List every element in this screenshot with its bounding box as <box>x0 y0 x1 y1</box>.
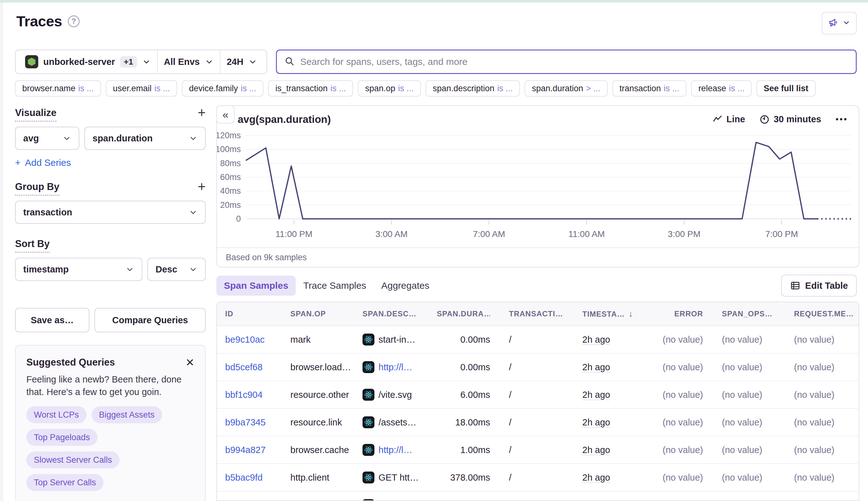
suggested-query-pill[interactable]: Top Pageloads <box>27 429 97 446</box>
close-icon[interactable]: ✕ <box>186 357 195 368</box>
add-visualize-button[interactable]: + <box>198 107 206 118</box>
timestamp-cell[interactable]: 2h ago <box>582 500 610 501</box>
sort-by-heading: Sort By <box>15 238 50 253</box>
sort-field-select[interactable]: timestamp <box>15 258 142 281</box>
table-row: b41bfb26resource.ifra…https://…276.00ms/… <box>217 492 859 501</box>
error-cell: (no value) <box>636 472 718 483</box>
filter-chip-user.email[interactable]: user.emailis ... <box>106 80 177 97</box>
span-ops-cell: (no value) <box>718 334 790 345</box>
span-description-text: /vite.svg <box>379 390 412 400</box>
span-id-link[interactable]: b5bac9fd <box>225 472 263 482</box>
visualize-heading: Visualize <box>15 107 56 122</box>
filter-chip-browser.name[interactable]: browser.nameis ... <box>15 80 101 97</box>
timestamp-cell[interactable]: 2h ago <box>582 417 610 427</box>
timestamp-cell[interactable]: 2h ago <box>582 472 610 482</box>
tab-trace-samples[interactable]: Trace Samples <box>296 276 374 296</box>
transaction-cell: / <box>490 390 562 400</box>
edit-table-button[interactable]: Edit Table <box>781 275 857 297</box>
transaction-cell: / <box>490 445 562 455</box>
column-header-5[interactable]: TIMESTA…↓ <box>562 309 636 319</box>
span-description-text[interactable]: http://l… <box>379 445 412 455</box>
column-header-4[interactable]: TRANSACTI… <box>490 309 562 318</box>
add-series-label: Add Series <box>25 157 71 168</box>
filter-chip-span.description[interactable]: span.descriptionis ... <box>425 80 520 97</box>
span-id-link[interactable]: be9c10ac <box>225 334 265 344</box>
aggregate-select[interactable]: avg <box>15 127 80 150</box>
tab-aggregates[interactable]: Aggregates <box>374 276 437 296</box>
filter-chip-span.op[interactable]: span.opis ... <box>358 80 421 97</box>
suggested-query-pill[interactable]: Biggest Assets <box>92 406 162 423</box>
column-header-0[interactable]: ID <box>217 309 290 318</box>
suggested-query-pill[interactable]: Top Server Calls <box>27 474 104 491</box>
search-bar[interactable] <box>276 50 857 74</box>
sort-direction-select[interactable]: Desc <box>147 258 206 281</box>
suggested-queries-title: Suggested Queries <box>27 357 115 368</box>
table-row: b994a827browser.cachehttp://l…1.00ms/2h … <box>217 436 859 464</box>
filter-chip-key: is_transaction <box>275 84 328 94</box>
span-id-link[interactable]: b9ba7345 <box>225 417 266 427</box>
see-full-list-button[interactable]: See full list <box>756 80 816 97</box>
react-icon <box>362 361 374 373</box>
tab-span-samples[interactable]: Span Samples <box>216 276 296 296</box>
compare-queries-button[interactable]: Compare Queries <box>94 308 206 332</box>
filter-chip-key: span.description <box>433 84 495 94</box>
column-header-7[interactable]: SPAN_OPS… <box>718 309 790 318</box>
column-header-2[interactable]: SPAN.DESC… <box>362 309 437 318</box>
chevron-down-icon <box>62 134 71 143</box>
span-id-link[interactable]: b41bfb26 <box>225 500 263 501</box>
column-header-3[interactable]: SPAN.DURA… <box>437 309 490 318</box>
add-series-button[interactable]: + Add Series <box>15 157 206 168</box>
span-ops-cell: (no value) <box>718 445 790 455</box>
span-samples-table: IDSPAN.OPSPAN.DESC…SPAN.DURA…TRANSACTI…T… <box>216 302 859 501</box>
svg-text:3:00 AM: 3:00 AM <box>375 229 407 239</box>
plus-icon: + <box>15 157 21 168</box>
date-range-selector[interactable]: 24H <box>221 57 263 67</box>
project-selector[interactable]: unborked-server +1 <box>19 55 157 68</box>
search-icon <box>284 56 295 67</box>
filter-chip-key: device.family <box>189 84 238 94</box>
column-header-6[interactable]: ERROR <box>636 309 718 318</box>
aggregate-value: avg <box>23 133 39 143</box>
span-description-text[interactable]: https://… <box>379 500 415 501</box>
span-id-link[interactable]: bd5cef68 <box>225 362 263 372</box>
suggested-query-pill[interactable]: Worst LCPs <box>27 406 86 423</box>
add-group-by-button[interactable]: + <box>198 181 206 192</box>
table-row: bd5cef68browser.load…http://l…0.00ms/2h … <box>217 354 859 381</box>
timestamp-cell[interactable]: 2h ago <box>582 334 610 344</box>
svg-text:7:00 AM: 7:00 AM <box>473 229 505 239</box>
filter-chip-device.family[interactable]: device.familyis ... <box>182 80 264 97</box>
save-as-button[interactable]: Save as… <box>15 308 89 332</box>
filter-chip-release[interactable]: releaseis ... <box>691 80 752 97</box>
request-method-cell: (no value) <box>790 390 859 400</box>
chart-panel: « avg(span.duration) Line 30 minutes •••… <box>216 105 859 267</box>
suggested-query-pill[interactable]: Slowest Server Calls <box>27 451 119 468</box>
span-description-text[interactable]: http://l… <box>379 362 412 372</box>
collapse-sidebar-button[interactable]: « <box>216 105 235 124</box>
column-header-8[interactable]: REQUEST.ME… <box>790 309 859 318</box>
span-id-link[interactable]: b994a827 <box>225 445 266 455</box>
timestamp-cell[interactable]: 2h ago <box>582 445 610 455</box>
environment-selector[interactable]: All Envs <box>158 57 220 67</box>
help-icon[interactable]: ? <box>68 15 80 27</box>
filter-chip-op: is ... <box>241 84 256 94</box>
filter-chip-op: is ... <box>78 84 94 94</box>
filter-chip-is_transaction[interactable]: is_transactionis ... <box>268 80 353 97</box>
span-id-link[interactable]: bbf1c904 <box>225 390 263 400</box>
date-range-label: 24H <box>227 57 243 67</box>
group-by-select[interactable]: transaction <box>15 201 206 224</box>
filter-chip-transaction[interactable]: transactionis ... <box>612 80 687 97</box>
filter-chip-span.duration[interactable]: span.duration> ... <box>525 80 607 97</box>
chevron-down-icon <box>248 57 257 66</box>
nodejs-project-icon <box>25 55 38 68</box>
page-title: Traces <box>16 12 62 30</box>
search-input[interactable] <box>300 56 848 67</box>
span-op-cell: resource.link <box>290 417 362 428</box>
project-extra-count: +1 <box>120 56 137 68</box>
whats-new-button[interactable] <box>822 12 857 34</box>
left-gutter <box>0 2 3 501</box>
column-header-1[interactable]: SPAN.OP <box>290 309 362 318</box>
chevron-down-icon <box>189 265 198 274</box>
field-select[interactable]: span.duration <box>84 127 206 150</box>
timestamp-cell[interactable]: 2h ago <box>582 390 610 400</box>
timestamp-cell[interactable]: 2h ago <box>582 362 610 372</box>
